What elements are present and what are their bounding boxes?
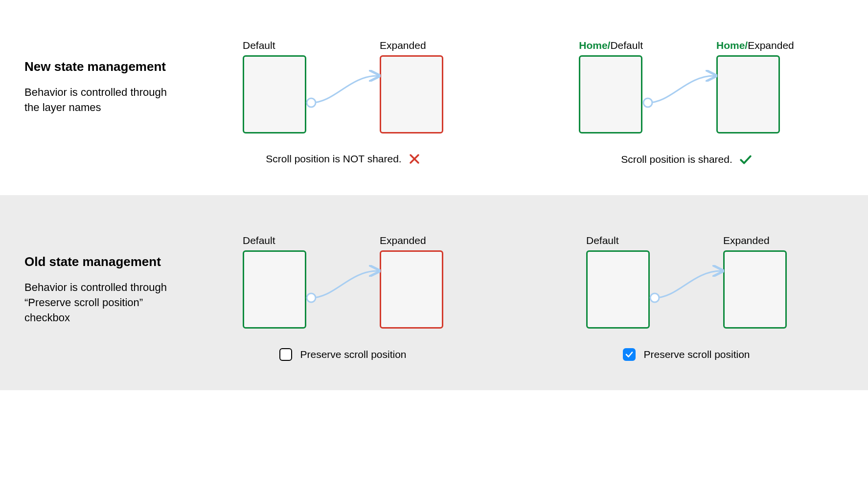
checkmark-icon — [625, 350, 634, 359]
frame-default — [579, 55, 642, 133]
frame-default-group: Default — [243, 234, 306, 329]
frame-expanded-group: Expanded — [380, 39, 443, 133]
frame-label-default: Default — [586, 234, 650, 246]
preserve-checkbox-checked[interactable] — [623, 348, 636, 361]
old-state-desc: Behavior is controlled through “Preserve… — [24, 280, 171, 325]
frame-default-group: Default — [243, 39, 306, 133]
old-state-title: Old state management — [24, 254, 171, 270]
frame-default-group: Home/Default — [579, 39, 643, 133]
frame-label-default: Default — [243, 234, 306, 246]
example-not-shared: Default Expanded — [186, 39, 500, 166]
prefix-home: Home/ — [716, 40, 748, 51]
new-state-section: New state management Behavior is control… — [0, 0, 868, 195]
frame-label-expanded: Expanded — [380, 234, 443, 246]
frame-expanded — [380, 55, 443, 133]
old-state-content: Default Expanded — [186, 234, 844, 361]
frames-row: Default Expanded — [186, 39, 500, 133]
svg-point-3 — [650, 293, 659, 302]
frames-row: Home/Default Home/Expa — [529, 39, 844, 133]
connector-arrow — [655, 234, 718, 327]
frame-default — [586, 250, 650, 329]
old-state-sidebar: Old state management Behavior is control… — [24, 234, 171, 361]
frame-label-expanded: Expanded — [723, 234, 787, 246]
new-state-desc: Behavior is controlled through the layer… — [24, 85, 171, 115]
frame-expanded — [380, 250, 443, 329]
example-unchecked: Default Expanded — [186, 234, 500, 361]
label-default: Default — [610, 40, 643, 51]
connector-arrow — [311, 234, 375, 327]
frame-expanded-group: Expanded — [380, 234, 443, 329]
caption-shared-row: Scroll position is shared. — [529, 153, 844, 166]
prefix-home: Home/ — [579, 40, 610, 51]
frame-expanded — [716, 55, 780, 133]
frame-label-home-expanded: Home/Expanded — [716, 39, 794, 51]
frame-default — [243, 55, 306, 133]
frame-default-group: Default — [586, 234, 650, 329]
frame-label-default: Default — [243, 39, 306, 51]
frame-label-expanded: Expanded — [380, 39, 443, 51]
frame-default — [243, 250, 306, 329]
new-state-content: Default Expanded — [186, 39, 844, 166]
label-expanded: Expanded — [748, 40, 794, 51]
preserve-checkbox-row-checked: Preserve scroll position — [529, 348, 844, 361]
check-icon — [739, 153, 752, 166]
frames-row: Default Expanded — [186, 234, 500, 329]
frame-expanded — [723, 250, 787, 329]
new-state-title: New state management — [24, 59, 171, 75]
connector-arrow — [311, 39, 375, 132]
x-icon — [409, 153, 420, 165]
frames-row: Default Expanded — [529, 234, 844, 329]
svg-point-1 — [643, 98, 652, 107]
caption-not-shared-row: Scroll position is NOT shared. — [186, 153, 500, 165]
old-state-section: Old state management Behavior is control… — [0, 195, 868, 390]
frame-expanded-group: Home/Expanded — [716, 39, 794, 133]
preserve-checkbox-label: Preserve scroll position — [643, 349, 750, 360]
caption-shared: Scroll position is shared. — [621, 154, 732, 165]
frame-expanded-group: Expanded — [723, 234, 787, 329]
preserve-checkbox-row-unchecked: Preserve scroll position — [186, 348, 500, 361]
preserve-checkbox-unchecked[interactable] — [279, 348, 292, 361]
connector-arrow — [648, 39, 711, 132]
new-state-sidebar: New state management Behavior is control… — [24, 39, 171, 166]
example-shared: Home/Default Home/Expa — [529, 39, 844, 166]
caption-not-shared: Scroll position is NOT shared. — [266, 153, 401, 165]
preserve-checkbox-label: Preserve scroll position — [300, 349, 406, 360]
svg-point-0 — [307, 98, 316, 107]
frame-label-home-default: Home/Default — [579, 39, 643, 51]
svg-point-2 — [307, 293, 316, 302]
example-checked: Default Expanded — [529, 234, 844, 361]
